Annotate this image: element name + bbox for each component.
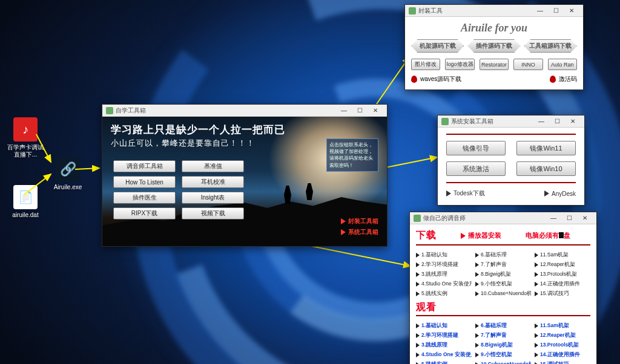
tool-button[interactable]: Auto Ran [548,59,577,70]
lesson-item[interactable]: 8.Bigwig机架 [475,271,531,278]
play-icon [416,333,420,338]
waves-link[interactable]: waves源码下载 [420,75,461,83]
climbers-silhouette [280,170,314,204]
play-icon [416,272,420,277]
diamond-button[interactable]: 机架源码下载 [411,39,464,53]
learning-button[interactable]: Insight表 [182,192,244,204]
lesson-item[interactable]: 7.了解声音 [475,332,531,339]
close-button[interactable]: ✕ [564,5,579,16]
todesk-link[interactable]: Todesk下载 [446,189,485,198]
icon-label: airuile.dat [6,212,45,219]
lesson-item[interactable]: 2.学习环境搭建 [416,332,472,339]
lesson-item[interactable]: 5.跳线实例 [416,290,472,297]
learning-button[interactable]: RIPX下载 [113,207,176,219]
lesson-item[interactable]: 13.Protools机架 [535,342,590,349]
minimize-button[interactable]: — [533,116,549,127]
system-button[interactable]: 系统激活 [446,161,506,176]
divider [416,244,590,245]
play-icon [535,262,538,267]
divider [446,182,576,183]
lesson-item[interactable]: 14.正确使用插件 [535,281,590,288]
download-heading: 下载 [416,229,437,242]
maximize-button[interactable]: ☐ [561,213,577,224]
learning-button[interactable]: 插件医生 [113,192,176,204]
lesson-item[interactable]: 11.Sam机架 [535,252,590,259]
learning-button[interactable]: How To Listen [113,176,176,188]
contact-note: 点击按钮联系老头，视频做了加密处理，请将机器码发给老头索取密码！ [326,138,378,172]
tool-button[interactable]: Restorator [480,59,509,70]
play-icon [475,291,479,296]
play-icon [535,291,538,296]
lesson-item[interactable]: 12.Reaper机架 [535,332,590,339]
desktop-icon-dat[interactable]: 📄 airuile.dat [6,185,45,219]
system-button[interactable]: 镜像引导 [446,141,506,155]
minimize-button[interactable]: — [546,213,561,224]
lesson-item[interactable]: 14.正确使用插件 [535,351,590,359]
brand-label: Airuile for you [411,22,577,34]
player-install-link[interactable]: 播放器安装 [461,231,501,240]
lesson-item[interactable]: 2.学习环境搭建 [416,261,472,268]
tool-button[interactable]: INNO [513,59,542,70]
learning-button[interactable]: 耳机校准 [182,176,244,188]
anydesk-link[interactable]: AnyDesk [544,189,576,198]
maximize-button[interactable]: ☐ [549,116,565,127]
play-icon [416,323,420,328]
lesson-item[interactable]: 5.跳线实例 [416,361,472,364]
lesson-item[interactable]: 10.Cubase+Nuendo机架 [475,361,531,364]
tool-button-grid: 调音师工具箱基准值How To Listen耳机校准插件医生Insight表RI… [113,160,244,219]
lesson-item[interactable]: 1.基础认知 [416,252,472,259]
close-button[interactable]: ✕ [577,213,593,224]
close-button[interactable]: ✕ [368,105,383,116]
activation-link[interactable]: 激活码 [559,75,577,83]
play-icon [475,333,479,338]
titlebar[interactable]: 自学工具箱 — ☐ ✕ [102,105,387,117]
titlebar[interactable]: 封装工具 — ☐ ✕ [405,5,583,17]
desktop-icon-app[interactable]: ♪ 百学声卡调试直播下... [6,117,45,158]
red-link[interactable]: 封装工具箱 [341,217,378,226]
learning-button[interactable]: 基准值 [182,160,244,172]
icon-label: Airuile.exe [48,184,87,191]
headline: 学习路上只是缺少一个人拉一把而已 [102,117,387,137]
lesson-item[interactable]: 4.Studio One 安装使用 [416,351,472,359]
lesson-item[interactable]: 3.跳线原理 [416,342,472,349]
titlebar[interactable]: 做自己的调音师 — ☐ ✕ [410,212,596,224]
lesson-item[interactable]: 11.Sam机架 [535,322,590,330]
lesson-item[interactable]: 6.基础乐理 [475,322,531,330]
watch-grid: 1.基础认知6.基础乐理11.Sam机架2.学习环境搭建7.了解声音12.Rea… [416,322,590,364]
diamond-button[interactable]: 工具箱源码下载 [524,39,577,53]
play-icon [475,253,479,258]
system-button-grid: 镜像引导镜像Win11系统激活镜像Win10 [446,141,576,176]
learning-button[interactable]: 调音师工具箱 [113,160,176,172]
tool-button[interactable]: logo修改器 [445,59,474,70]
system-button[interactable]: 镜像Win11 [516,141,576,155]
lesson-item[interactable]: 15.调试技巧 [535,361,590,364]
lesson-item[interactable]: 10.Cubase+Nuendo机架 [475,290,531,297]
play-icon [475,272,479,277]
lesson-item[interactable]: 8.Bigwig机架 [475,342,531,349]
learning-button[interactable]: 视频下载 [182,207,244,219]
lesson-item[interactable]: 7.了解声音 [475,261,531,268]
lesson-item[interactable]: 9.小悟空机架 [475,281,531,288]
maximize-button[interactable]: ☐ [352,105,368,116]
lesson-item[interactable]: 12.Reaper机架 [535,261,590,268]
window-tuner: 做自己的调音师 — ☐ ✕ 下载 播放器安装 电脑必须有盘 1.基础认知6.基础… [409,212,597,364]
tool-button[interactable]: 图片修改 [411,59,440,70]
lesson-item[interactable]: 9.小悟空机架 [475,351,531,359]
lesson-item[interactable]: 13.Protools机架 [535,271,590,278]
red-link[interactable]: 系统工具箱 [341,228,378,236]
titlebar[interactable]: 系统安装工具箱 — ☐ ✕ [438,115,584,128]
system-button[interactable]: 镜像Win10 [516,161,576,176]
lesson-item[interactable]: 6.基础乐理 [475,252,531,259]
close-button[interactable]: ✕ [565,116,581,127]
desktop-icon-exe[interactable]: 🔗 Airuile.exe [48,157,87,191]
minimize-button[interactable]: — [336,105,352,116]
download-grid: 1.基础认知6.基础乐理11.Sam机架2.学习环境搭建7.了解声音12.Rea… [416,252,590,297]
maximize-button[interactable]: ☐ [548,5,564,16]
minimize-button[interactable]: — [532,5,548,16]
lesson-item[interactable]: 1.基础认知 [416,322,472,330]
lesson-item[interactable]: 15.调试技巧 [535,290,590,297]
diamond-button[interactable]: 插件源码下载 [467,39,520,53]
lesson-item[interactable]: 3.跳线原理 [416,271,472,278]
play-icon [416,343,420,348]
lesson-item[interactable]: 4.Studio One 安装使用 [416,281,472,288]
